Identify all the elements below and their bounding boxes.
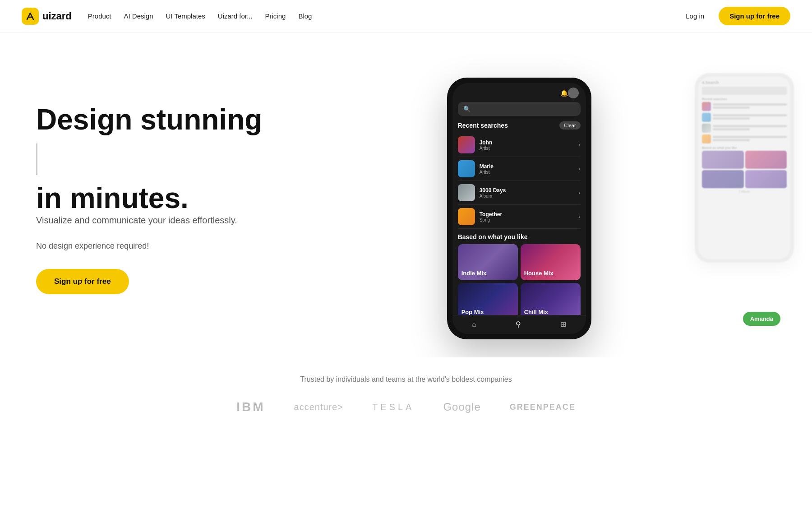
logo[interactable]: uizard — [22, 8, 72, 25]
result-info-john: John Artist — [480, 139, 579, 151]
trusted-title: Trusted by individuals and teams at the … — [36, 375, 776, 384]
login-button[interactable]: Log in — [678, 9, 711, 23]
tile-chill[interactable]: Chill Mix — [521, 283, 581, 315]
trusted-section: Trusted by individuals and teams at the … — [0, 357, 812, 441]
hero-title: Design stunning in minutes. — [36, 105, 262, 213]
hero-visual: 4.Search Recent searches — [262, 60, 776, 339]
phone-search-bar[interactable]: 🔍 — [458, 102, 581, 116]
bg-based-label: Based on what you like — [702, 146, 787, 149]
result-name-together: Together — [480, 211, 579, 217]
bg-phone-screen: 4.Search Recent searches — [698, 77, 790, 259]
hero-section: Design stunning in minutes. Visualize an… — [0, 32, 812, 357]
logos-row: IBM accenture> TESLA Google GREENPEACE — [36, 400, 776, 414]
music-grid: Indie Mix House Mix Pop Mix Chill Mix — [458, 244, 581, 315]
result-name-3000days: 3000 Days — [480, 187, 579, 194]
bg-tile-indie — [702, 151, 744, 169]
result-item-marie[interactable]: Marie Artist › — [458, 157, 581, 181]
nav-links: Product AI Design UI Templates Uizard fo… — [88, 12, 312, 20]
search-nav-icon[interactable]: ⚲ — [516, 320, 521, 328]
result-type-john: Artist — [480, 146, 579, 151]
logo-tesla: TESLA — [372, 402, 414, 412]
bg-bottom-label: 7 Album — [702, 190, 787, 193]
nav-uizard-for[interactable]: Uizard for... — [218, 12, 253, 20]
bg-phone-label: 4.Search — [702, 80, 787, 85]
main-phone-frame: 🔔 🔍 Recent searches Clear — [447, 78, 591, 339]
based-title: Based on what you like — [458, 233, 528, 241]
result-arrow-together: › — [579, 213, 581, 220]
notification-icon: 🔔 — [560, 89, 568, 97]
phone-content: Recent searches Clear John Artist › — [452, 120, 586, 315]
result-name-john: John — [480, 139, 579, 146]
result-item-together[interactable]: Together Song › — [458, 205, 581, 229]
search-icon: 🔍 — [463, 106, 471, 112]
nav-product[interactable]: Product — [88, 12, 111, 20]
bg-tile-chill — [745, 170, 787, 188]
nav-pricing[interactable]: Pricing — [265, 12, 286, 20]
recent-searches-title: Recent searches — [458, 122, 508, 129]
nav-ui-templates[interactable]: UI Templates — [166, 12, 205, 20]
clear-button[interactable]: Clear — [559, 121, 580, 130]
result-info-together: Together Song — [480, 211, 579, 222]
bg-search-bar — [702, 87, 787, 95]
result-info-marie: Marie Artist — [480, 163, 579, 175]
navbar-left: uizard Product AI Design UI Templates Ui… — [22, 8, 312, 25]
home-nav-icon[interactable]: ⌂ — [472, 320, 476, 328]
hero-cta-button[interactable]: Sign up for free — [36, 269, 129, 294]
hero-title-line2: in minutes. — [36, 182, 189, 214]
result-type-marie: Artist — [480, 170, 579, 175]
background-phone: 4.Search Recent searches — [695, 73, 794, 263]
result-name-marie: Marie — [480, 163, 579, 170]
logo-greenpeace: GREENPEACE — [510, 402, 576, 412]
result-arrow-marie: › — [579, 166, 581, 172]
logo-icon — [22, 8, 39, 25]
bg-recent-label: Recent searches — [702, 97, 787, 101]
bg-item-3 — [702, 124, 787, 133]
logo-text: uizard — [42, 10, 72, 22]
phone-status-bar: 🔔 — [452, 83, 586, 100]
result-type-3000days: Album — [480, 194, 579, 199]
bg-tile-house — [745, 151, 787, 169]
result-arrow-john: › — [579, 142, 581, 148]
hero-title-line1: Design stunning — [36, 103, 262, 136]
result-item-3000days[interactable]: 3000 Days Album › — [458, 181, 581, 205]
based-header: Based on what you like — [458, 233, 581, 241]
bg-item-2 — [702, 113, 787, 122]
bg-tile-pop — [702, 170, 744, 188]
hero-divider — [36, 143, 37, 175]
nav-blog[interactable]: Blog — [298, 12, 312, 20]
tile-indie[interactable]: Indie Mix — [458, 244, 518, 280]
logo-ibm: IBM — [236, 400, 265, 414]
hero-subtitle: Visualize and communicate your ideas eff… — [36, 213, 262, 227]
user-avatar — [568, 88, 579, 98]
library-nav-icon[interactable]: ⊞ — [560, 320, 566, 328]
result-thumb-john — [458, 136, 475, 153]
tile-indie-label: Indie Mix — [461, 270, 487, 277]
signup-button-nav[interactable]: Sign up for free — [719, 7, 790, 25]
tile-pop-label: Pop Mix — [461, 309, 484, 315]
navbar-right: Log in Sign up for free — [678, 7, 790, 25]
cursor-badge: Amanda — [743, 312, 780, 326]
bg-music-grid — [702, 151, 787, 188]
tile-pop[interactable]: Pop Mix — [458, 283, 518, 315]
logo-google: Google — [443, 401, 480, 413]
nav-ai-design[interactable]: AI Design — [124, 12, 153, 20]
tile-house-label: House Mix — [524, 270, 554, 277]
result-type-together: Song — [480, 217, 579, 222]
logo-accenture: accenture> — [294, 402, 344, 412]
result-thumb-together — [458, 208, 475, 225]
bg-phone-frame: 4.Search Recent searches — [695, 73, 794, 263]
tile-house[interactable]: House Mix — [521, 244, 581, 280]
tile-chill-label: Chill Mix — [524, 309, 548, 315]
phone-bottom-nav: ⌂ ⚲ ⊞ — [452, 315, 586, 334]
hero-text: Design stunning in minutes. Visualize an… — [36, 105, 262, 294]
based-section: Based on what you like Indie Mix House M… — [458, 233, 581, 315]
phone-screen: 🔔 🔍 Recent searches Clear — [452, 83, 586, 334]
recent-searches-header: Recent searches Clear — [458, 121, 581, 130]
result-info-3000days: 3000 Days Album — [480, 187, 579, 199]
navbar: uizard Product AI Design UI Templates Ui… — [0, 0, 812, 32]
bg-item-4 — [702, 134, 787, 143]
result-item-john[interactable]: John Artist › — [458, 133, 581, 157]
result-thumb-marie — [458, 160, 475, 177]
result-thumb-3000days — [458, 184, 475, 201]
bg-item-1 — [702, 102, 787, 111]
